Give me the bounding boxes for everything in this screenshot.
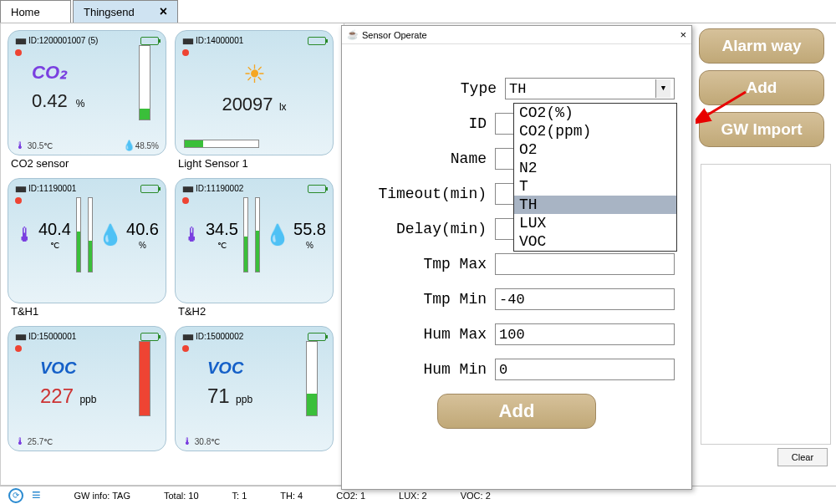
signal-icon (182, 332, 192, 341)
thermometer-icon (15, 437, 25, 446)
refresh-icon[interactable]: ⟳ (8, 488, 23, 503)
add-button[interactable]: Add (699, 70, 824, 105)
sensor-name: CO2 sensor (8, 155, 166, 175)
signal-icon (15, 36, 25, 45)
dropdown-option[interactable]: VOC (514, 232, 676, 251)
sun-icon (243, 59, 266, 89)
signal-icon (182, 36, 192, 45)
status-voc: VOC: 2 (461, 491, 491, 501)
dropdown-option[interactable]: LUX (514, 214, 676, 232)
dropdown-option[interactable]: TH (514, 196, 676, 214)
tab-thingsend[interactable]: Thingsend × (73, 0, 178, 23)
sensor-name: T&H1 (8, 303, 166, 323)
dialog-titlebar: Sensor Operate × (342, 26, 691, 44)
dropdown-option[interactable]: N2 (514, 159, 676, 177)
tab-bar: Home Thingsend × (0, 0, 836, 23)
list-icon[interactable] (32, 486, 41, 504)
sensor-name: T&H2 (175, 303, 334, 323)
hum-max-field[interactable] (495, 323, 675, 345)
status-co2: CO2: 1 (336, 491, 365, 501)
battery-icon (308, 333, 326, 341)
chevron-down-icon: ▼ (655, 79, 670, 98)
alarm-way-button[interactable]: Alarm way (699, 28, 824, 64)
hum-min-field[interactable] (495, 359, 675, 380)
java-icon (347, 29, 362, 40)
thermometer-icon (182, 223, 202, 247)
sensor-name: Light Sensor 1 (175, 155, 334, 175)
sensor-id: ID:15000002 (196, 332, 243, 341)
battery-icon (140, 333, 159, 341)
sensor-grid: ID:1200001007 (5) CO₂ 0.42 % 30.5℃ 48.5% (0, 23, 344, 486)
status-lux: LUX: 2 (399, 491, 427, 501)
right-listbox[interactable] (701, 164, 831, 445)
dropdown-option[interactable]: T (514, 177, 676, 196)
sensor-card-voc1[interactable]: ID:15000001 VOC 227 ppb 25.7℃ (8, 326, 166, 451)
clear-button[interactable]: Clear (777, 448, 828, 466)
sensor-card-th1[interactable]: ID:11190001 40.4℃ 40.6% (8, 178, 166, 303)
sensor-card-th2[interactable]: ID:11190002 34.5℃ 55.8% (175, 178, 334, 303)
status-th: TH: 4 (280, 491, 303, 501)
status-t: T: 1 (232, 491, 247, 501)
signal-icon (182, 184, 192, 193)
battery-icon (308, 185, 326, 193)
type-dropdown[interactable]: CO2(%) CO2(ppm) O2 N2 T TH LUX VOC (513, 103, 677, 252)
sensor-card-lux[interactable]: ID:14000001 20097 lx (175, 30, 334, 155)
tab-home[interactable]: Home (0, 0, 71, 23)
humidity-icon (98, 223, 123, 247)
sensor-value: 0.42 (32, 90, 68, 112)
dropdown-option[interactable]: CO2(ppm) (514, 122, 676, 140)
sensor-card-co2[interactable]: ID:1200001007 (5) CO₂ 0.42 % 30.5℃ 48.5% (8, 30, 166, 155)
type-select[interactable]: TH▼ (505, 78, 675, 99)
sensor-card-voc2[interactable]: ID:15000002 VOC 71 ppb 30.8℃ (175, 326, 334, 451)
sensor-id: ID:11190002 (196, 184, 243, 193)
sensor-id: ID:15000001 (28, 332, 76, 341)
dialog-add-button[interactable]: Add (437, 394, 596, 429)
thermometer-icon (15, 141, 25, 150)
humidity-icon (123, 141, 135, 150)
sensor-operate-dialog: Sensor Operate × Type TH▼ ID Name Timeou… (341, 25, 692, 490)
battery-icon (140, 185, 159, 193)
status-total: Total: 10 (164, 491, 199, 501)
tmp-max-field[interactable] (495, 253, 675, 275)
dropdown-option[interactable]: CO2(%) (514, 104, 676, 122)
humidity-icon (265, 223, 290, 247)
sensor-id: ID:11190001 (28, 184, 76, 193)
co2-label: CO₂ (32, 62, 67, 84)
sensor-id: ID:14000001 (196, 36, 243, 45)
close-icon[interactable]: × (135, 4, 167, 19)
thermometer-icon (182, 437, 192, 446)
signal-icon (15, 332, 25, 341)
status-gw: GW info: TAG (74, 491, 130, 501)
sensor-id: ID:1200001007 (5) (28, 36, 98, 45)
thermometer-icon (15, 223, 35, 247)
battery-icon (308, 37, 326, 45)
dropdown-option[interactable]: O2 (514, 140, 676, 159)
battery-icon (140, 37, 159, 45)
signal-icon (15, 184, 25, 193)
tmp-min-field[interactable] (495, 288, 675, 310)
right-panel: Alarm way Add GW Import (699, 28, 833, 154)
dialog-close-icon[interactable]: × (680, 28, 686, 41)
gw-import-button[interactable]: GW Import (699, 112, 824, 147)
